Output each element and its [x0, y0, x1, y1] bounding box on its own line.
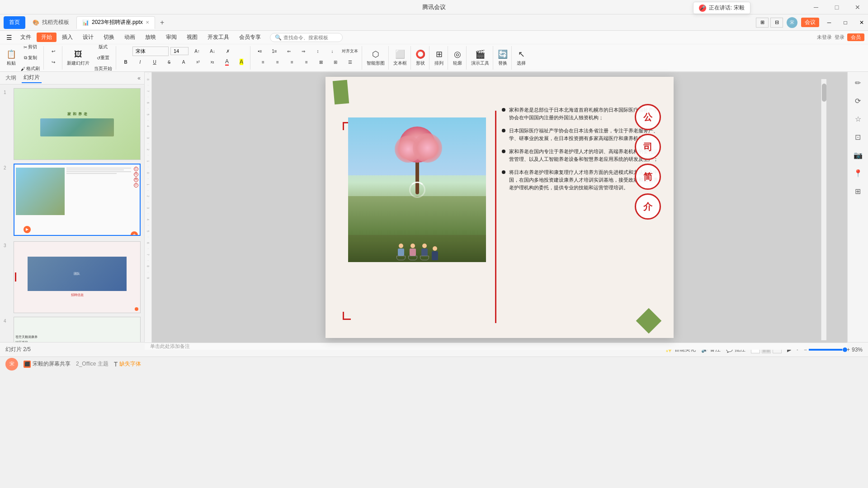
- numbered-list-btn[interactable]: 1≡: [268, 46, 281, 56]
- slide-thumb-4[interactable]: 苍茫天鹅湖康养 社区项目: [14, 317, 141, 342]
- select-btn[interactable]: ↖ 选择: [514, 47, 528, 68]
- font-family-select[interactable]: 宋体: [132, 47, 169, 56]
- tab-bar-max-btn[interactable]: □: [839, 18, 852, 28]
- sort-btn[interactable]: ⊞ 排列: [432, 47, 446, 68]
- grid-view-btn[interactable]: ⊟: [770, 18, 783, 28]
- ribbon-transition[interactable]: 切换: [99, 33, 119, 42]
- user-avatar-bottom[interactable]: 宋: [5, 358, 18, 371]
- subscript-btn[interactable]: x₂: [206, 57, 219, 67]
- indent-dec-btn[interactable]: ⇐: [282, 46, 296, 56]
- zoom-slider-thumb[interactable]: [843, 347, 847, 352]
- search-input[interactable]: [283, 35, 338, 40]
- scrollbar-thumb[interactable]: [822, 84, 826, 102]
- slide-item-2[interactable]: 2 公 司: [4, 164, 141, 236]
- minimize-button[interactable]: ─: [806, 0, 826, 14]
- ribbon-developer[interactable]: 开发工具: [203, 33, 234, 42]
- distribute-btn[interactable]: ⊠: [314, 57, 328, 67]
- font-color-btn[interactable]: A: [220, 57, 234, 67]
- close-button[interactable]: ✕: [847, 0, 868, 14]
- font-missing-btn[interactable]: T 缺失字体: [114, 360, 142, 368]
- outline-tab[interactable]: 大纲: [4, 73, 18, 83]
- ribbon-file[interactable]: 文件: [16, 33, 36, 42]
- zoom-plus-btn[interactable]: +: [847, 347, 850, 353]
- tab-template[interactable]: 🎨 找稻壳模板: [27, 16, 75, 29]
- font-size-up-btn[interactable]: A↑: [190, 46, 204, 56]
- note-bar[interactable]: 单击此处添加备注: [145, 343, 847, 350]
- clear-format-btn[interactable]: ✗: [221, 46, 235, 56]
- bold-btn[interactable]: B: [119, 57, 132, 67]
- right-panel-sync-btn[interactable]: ⟳: [851, 94, 865, 108]
- tab-bar-min-btn[interactable]: ─: [823, 18, 835, 28]
- user-avatar[interactable]: 宋: [787, 17, 797, 28]
- layout-btn[interactable]: 版式: [92, 42, 114, 52]
- italic-btn[interactable]: I: [133, 57, 147, 67]
- wps-member-btn[interactable]: 会员: [847, 33, 864, 41]
- align-left-btn[interactable]: ≡: [256, 57, 270, 67]
- line-spacing-btn[interactable]: ↕: [311, 46, 325, 56]
- shadow-btn[interactable]: A: [177, 57, 190, 67]
- right-panel-share-btn[interactable]: ⊞: [851, 184, 865, 198]
- underline-btn[interactable]: U: [148, 57, 161, 67]
- font-size-down-btn[interactable]: A↓: [206, 46, 219, 56]
- align-text-btn[interactable]: 对齐文本: [340, 46, 360, 56]
- scrollbar-vertical[interactable]: [821, 79, 826, 340]
- slide-item-4[interactable]: 4 苍茫天鹅湖康养 社区项目: [4, 317, 141, 342]
- ribbon-slideshow[interactable]: 放映: [141, 33, 160, 42]
- slide-item-1[interactable]: 1 家和养老: [4, 88, 141, 160]
- smart-list-btn[interactable]: ☰: [343, 57, 357, 67]
- right-panel-screen-btn[interactable]: ⊡: [851, 130, 865, 144]
- undo-btn[interactable]: ↩: [47, 46, 60, 56]
- right-panel-annotate-btn[interactable]: ✏: [851, 75, 865, 90]
- right-panel-location-btn[interactable]: 📍: [851, 166, 865, 180]
- ribbon-menu-btn[interactable]: ☰: [4, 34, 15, 41]
- slide-thumb-2[interactable]: 公 司 简 介 ▶ +: [14, 164, 141, 236]
- align-center-btn[interactable]: ≡: [271, 57, 284, 67]
- ribbon-insert[interactable]: 插入: [57, 33, 77, 42]
- slide-canvas[interactable]: 家和养老是总部位于日本北海道首府札幌市的日本国际医疗福祉产学协会在中国国内注册的…: [326, 77, 674, 338]
- ribbon-start[interactable]: 开始: [37, 33, 57, 42]
- zoom-slider[interactable]: [809, 349, 845, 351]
- indent-inc-btn[interactable]: ⇒: [297, 46, 310, 56]
- smart-shape-btn[interactable]: ⬡ 智能形图: [365, 47, 387, 68]
- paste-btn[interactable]: 📋 粘贴: [5, 47, 18, 68]
- ribbon-design[interactable]: 设计: [78, 33, 98, 42]
- maximize-button[interactable]: □: [826, 0, 847, 14]
- start-meeting-btn[interactable]: 会议: [801, 18, 819, 27]
- collapse-panel-btn[interactable]: «: [137, 75, 141, 81]
- slide-play-icon[interactable]: ▶: [24, 226, 31, 233]
- ribbon-review[interactable]: 审阅: [161, 33, 181, 42]
- justify-btn[interactable]: ≡: [300, 57, 313, 67]
- reset-btn[interactable]: ↺ 重置: [92, 53, 114, 63]
- slides-tab[interactable]: 幻灯片: [22, 73, 42, 83]
- font-size-select[interactable]: 14: [170, 47, 189, 55]
- tab-add-button[interactable]: +: [157, 17, 168, 28]
- tab-file[interactable]: 📊 2023年招聘讲座.pptx ✕: [76, 16, 155, 29]
- more-para-btn[interactable]: ⊞: [329, 57, 342, 67]
- redo-btn[interactable]: ↪: [47, 57, 60, 67]
- ribbon-view[interactable]: 视图: [182, 33, 202, 42]
- bullet-list-btn[interactable]: •≡: [253, 46, 267, 56]
- ribbon-search-box[interactable]: 🔍: [270, 33, 343, 42]
- strikethrough-btn[interactable]: S̶: [162, 57, 176, 67]
- tab-home[interactable]: 首页: [4, 16, 25, 29]
- present-tools-btn[interactable]: 🎬 演示工具: [469, 47, 491, 68]
- text-box-btn[interactable]: ⬜ 文本框: [392, 47, 409, 68]
- slide-thumb-3[interactable]: 团队 招聘信息: [14, 241, 141, 313]
- right-panel-star-btn[interactable]: ☆: [851, 112, 865, 126]
- right-panel-camera-btn[interactable]: 📷: [851, 148, 865, 162]
- outline-btn[interactable]: ◎ 轮廓: [451, 47, 464, 68]
- new-slide-btn[interactable]: 🖼 新建幻灯片: [65, 47, 91, 68]
- tab-bar-close-btn[interactable]: ✕: [855, 18, 868, 28]
- highlight-btn[interactable]: A: [235, 57, 248, 67]
- ribbon-member[interactable]: 会员专享: [235, 33, 265, 42]
- ribbon-animation[interactable]: 动画: [120, 33, 140, 42]
- slide-item-3[interactable]: 3 团队 招聘信息: [4, 241, 141, 313]
- copy-btn[interactable]: ⧉ 复制: [19, 53, 42, 63]
- ribbon-login[interactable]: 登录: [835, 34, 844, 41]
- direction-btn[interactable]: ↓: [326, 46, 339, 56]
- replace-btn[interactable]: 🔄 替换: [496, 47, 509, 68]
- cut-btn[interactable]: ✂ 剪切: [19, 42, 42, 52]
- superscript-btn[interactable]: x²: [191, 57, 205, 67]
- compact-view-btn[interactable]: ⊞: [756, 18, 769, 28]
- tab-close-icon[interactable]: ✕: [146, 20, 149, 25]
